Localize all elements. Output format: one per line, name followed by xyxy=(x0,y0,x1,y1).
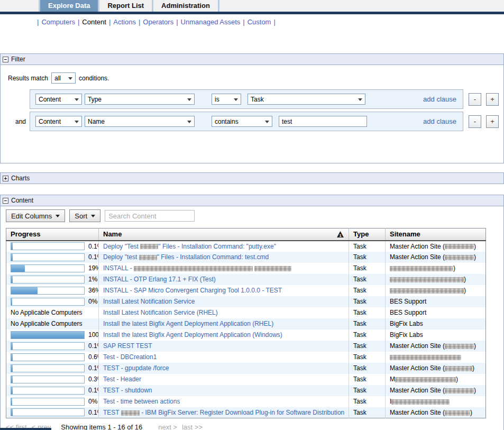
task-name-link[interactable]: Test - time between actions xyxy=(103,398,180,405)
sitename-cell: M) xyxy=(386,374,486,385)
progress-cell: 1% xyxy=(6,274,99,285)
add-clause-button[interactable]: + xyxy=(486,115,499,128)
table-row: 0.3%Test - HeaderTaskM) xyxy=(6,374,486,385)
subnav-item-unmanaged-assets[interactable]: Unmanaged Assets xyxy=(181,18,241,26)
task-name-link[interactable]: Install the latest Bigfix Agent Deployme… xyxy=(103,331,282,338)
add-clause-link[interactable]: add clause xyxy=(423,95,456,103)
task-name-link[interactable]: TEST - IBM BigFix Server: Register Downl… xyxy=(103,409,344,416)
task-name-link[interactable]: Deploy "test " Files - Installation Comm… xyxy=(103,253,269,261)
collapse-icon[interactable]: − xyxy=(3,57,8,62)
progress-bar-fill xyxy=(11,243,13,250)
expand-icon[interactable]: + xyxy=(3,176,8,181)
edit-columns-button[interactable]: Edit Columns xyxy=(6,209,65,222)
clause-operator-select[interactable]: contains xyxy=(212,116,272,127)
search-input[interactable] xyxy=(105,210,195,222)
redacted-text xyxy=(390,288,464,294)
progress-value: 19% xyxy=(88,264,99,272)
task-name-link[interactable]: Install Latest Notification Service xyxy=(103,298,195,305)
tab-administration[interactable]: Administration xyxy=(153,0,218,12)
pagination-last-link[interactable]: last >> xyxy=(182,423,203,430)
filter-body: Results match all conditions. ContentTyp… xyxy=(1,65,503,163)
progress-cell: 0.1% xyxy=(6,363,99,374)
task-name-link[interactable]: Deploy "Test " Files - Installation Comm… xyxy=(103,243,276,250)
task-name-link[interactable]: Install the latest Bigfix Agent Deployme… xyxy=(103,320,273,327)
tab-separator xyxy=(218,0,219,12)
name-cell: Test - time between actions xyxy=(99,396,349,407)
progress-bar xyxy=(11,398,85,406)
type-cell: Task xyxy=(349,274,386,285)
task-name-link[interactable]: SAP REST TEST xyxy=(103,342,152,350)
column-header-type[interactable]: Type xyxy=(349,228,386,241)
subnav-separator: | xyxy=(273,18,275,26)
column-header-name[interactable]: Name 1 xyxy=(99,228,349,241)
filter-title: Filter xyxy=(11,56,25,63)
remove-clause-button[interactable]: - xyxy=(469,115,481,128)
subnav-separator: | xyxy=(78,18,79,26)
clause-field-select[interactable]: Type xyxy=(85,94,195,105)
task-name-link[interactable]: TEST - gpupdate /force xyxy=(103,364,169,372)
progress-wrap: 19% xyxy=(11,264,94,272)
remove-clause-button[interactable]: - xyxy=(469,93,481,106)
sitename-cell: Master Action Site () xyxy=(386,385,486,396)
redacted-text xyxy=(445,410,470,416)
clause-group-select[interactable]: Content xyxy=(35,116,82,127)
clause-value-select[interactable]: Task xyxy=(248,94,365,105)
column-header-sitename[interactable]: Sitename xyxy=(386,228,486,241)
progress-wrap: 0.1% xyxy=(11,387,94,395)
task-name-link[interactable]: TEST - shutdown xyxy=(103,387,152,394)
add-clause-button[interactable]: + xyxy=(486,93,499,106)
task-name-link[interactable]: INSTALL - OTP Erlang 17.1 + FIX (Test) xyxy=(103,276,216,283)
task-name-link[interactable]: INSTALL - xyxy=(103,264,291,272)
redacted-text xyxy=(445,344,474,349)
clause-group-select[interactable]: Content xyxy=(35,94,82,105)
redacted-text xyxy=(121,410,140,416)
column-header-progress[interactable]: Progress xyxy=(6,228,99,241)
progress-wrap: 0% xyxy=(11,398,94,406)
pagination-status: Showing items 1 - 16 of 16 xyxy=(61,423,142,430)
table-row: 100%Install the latest Bigfix Agent Depl… xyxy=(6,330,486,341)
clause-field-select-value: Type xyxy=(88,96,102,103)
table-row: 0.6%Test - DBCreation1Task xyxy=(6,352,486,363)
progress-bar xyxy=(11,287,85,295)
progress-bar xyxy=(11,353,85,361)
tab-explore-data[interactable]: Explore Data xyxy=(40,0,98,12)
name-cell: SAP REST TEST xyxy=(99,341,349,352)
results-match-select[interactable]: all xyxy=(51,72,76,84)
collapse-icon[interactable]: − xyxy=(3,198,8,204)
progress-value: 0.6% xyxy=(88,353,99,361)
subnav-item-custom[interactable]: Custom xyxy=(248,18,271,26)
subnav-item-content[interactable]: Content xyxy=(82,18,106,26)
subnav-item-computers[interactable]: Computers xyxy=(41,18,75,26)
clause-value-input[interactable] xyxy=(279,116,367,127)
sitename-cell: Master Action Site () xyxy=(386,252,486,263)
progress-bar-fill xyxy=(11,365,13,372)
task-name-link[interactable]: INSTALL - SAP Micro Convergent Charging … xyxy=(103,287,282,294)
subnav-item-operators[interactable]: Operators xyxy=(143,18,173,26)
progress-cell: 0.6% xyxy=(6,352,99,363)
filter-panel-header: − Filter xyxy=(1,54,503,65)
clause-field-select[interactable]: Name xyxy=(85,116,195,127)
task-name-link[interactable]: Test - Header xyxy=(103,376,141,383)
type-cell: Task xyxy=(349,296,386,307)
task-name-link[interactable]: Install Latest Notification Service (RHE… xyxy=(103,309,218,316)
conditions-label: conditions. xyxy=(79,75,109,82)
progress-wrap: 0.1% xyxy=(11,242,94,250)
progress-cell: 0% xyxy=(6,396,99,407)
table-body: 0.1%Deploy "Test " Files - Installation … xyxy=(6,241,486,418)
tab-report-list[interactable]: Report List xyxy=(99,0,152,12)
pagination-next-link[interactable]: next > xyxy=(158,423,177,430)
sitename-cell: BES Support xyxy=(386,307,486,318)
progress-wrap: 1% xyxy=(11,276,94,283)
progress-wrap: 0.1% xyxy=(11,364,94,372)
add-clause-link[interactable]: add clause xyxy=(423,117,456,125)
sitename-cell: ) xyxy=(386,274,486,285)
subnav-item-actions[interactable]: Actions xyxy=(113,18,136,26)
filter-clause-row: ContentTypeisTaskadd clause-+ xyxy=(1,89,499,109)
sitename-cell: BigFix Labs xyxy=(386,318,486,330)
clause-operator-select[interactable]: is xyxy=(212,94,241,105)
task-name-link[interactable]: Test - DBCreation1 xyxy=(103,353,157,361)
sort-button[interactable]: Sort xyxy=(69,209,100,222)
progress-wrap: 0.1% xyxy=(11,342,94,350)
sitename-cell: BigFix Labs xyxy=(386,330,486,341)
table-row: 0.1%TEST - shutdownTaskMaster Action Sit… xyxy=(6,385,486,396)
